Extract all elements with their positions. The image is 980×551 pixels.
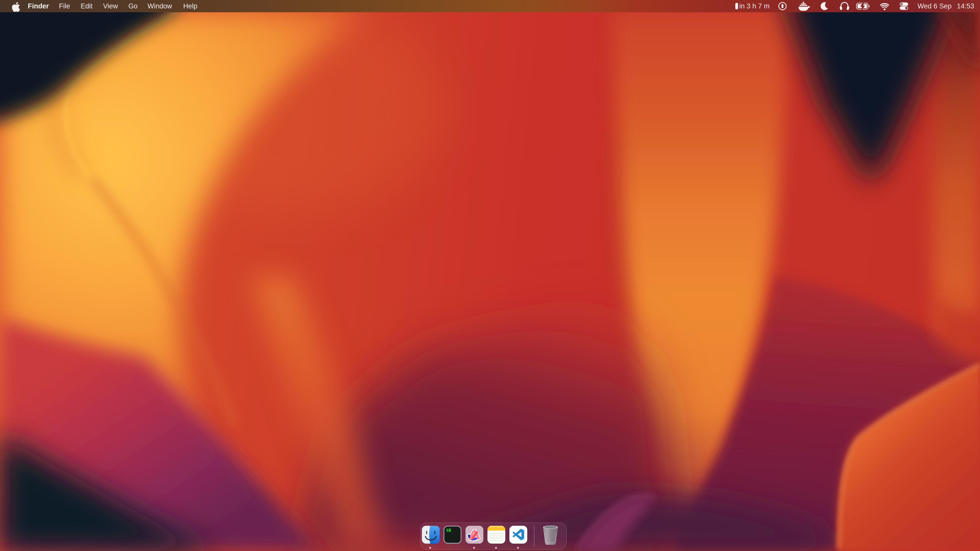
svg-text:$: $ — [446, 528, 449, 533]
